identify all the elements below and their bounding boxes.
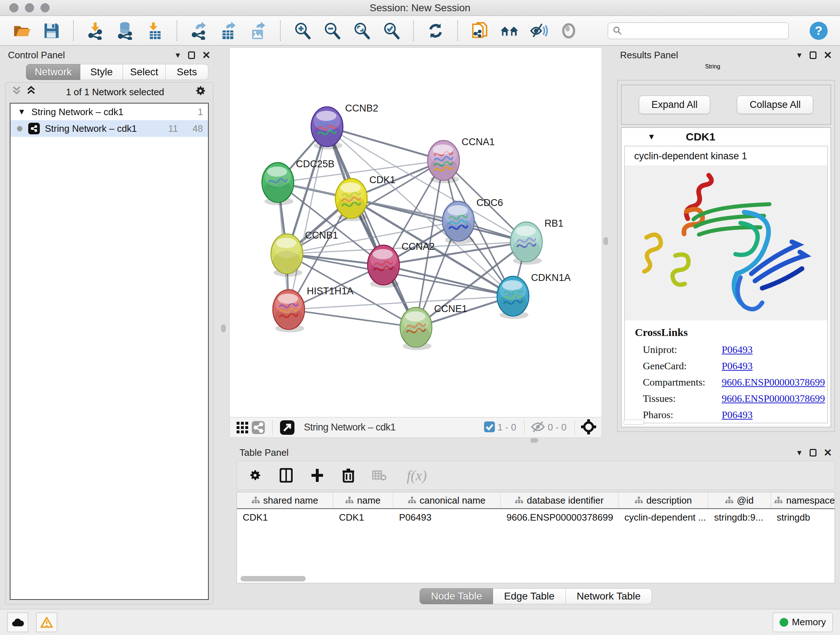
export-table-icon[interactable] — [219, 21, 238, 40]
crosslink-label: Tissues: — [643, 393, 722, 404]
column-header[interactable]: database identifier — [501, 492, 619, 508]
expand-all-button[interactable]: Expand All — [639, 96, 711, 114]
network-node-rb1[interactable] — [510, 222, 542, 264]
column-header[interactable]: name — [333, 492, 393, 508]
import-network-database-icon[interactable] — [116, 21, 134, 40]
expand-all-icon[interactable] — [27, 86, 36, 99]
tab-network-table[interactable]: Network Table — [566, 588, 652, 604]
share-network-icon[interactable] — [250, 418, 267, 437]
import-table-icon[interactable] — [145, 21, 164, 40]
show-columns-icon[interactable] — [277, 466, 295, 485]
hidden-eye-icon[interactable] — [531, 421, 546, 434]
lens-icon[interactable] — [559, 21, 578, 40]
collection-caret-icon[interactable]: ▼ — [18, 107, 26, 117]
column-header[interactable]: @id — [708, 492, 771, 508]
network-row[interactable]: String Network – cdk1 1148 — [11, 120, 208, 137]
node-label: CCNE1 — [434, 303, 467, 314]
panel-close-icon[interactable]: ✕ — [824, 49, 832, 61]
birdseye-icon[interactable] — [581, 419, 597, 436]
cloud-button[interactable] — [7, 613, 28, 632]
right-splitter-handle[interactable] — [603, 237, 608, 245]
crosslink-link[interactable]: 9606.ENSP00000378699 — [722, 393, 825, 404]
export-image-icon[interactable] — [249, 21, 268, 40]
network-node-ccnb1[interactable] — [271, 234, 303, 277]
network-collection-row[interactable]: ▼ String Network – cdk1 1 — [11, 103, 208, 120]
zoom-fit-icon[interactable] — [352, 21, 371, 40]
network-edge[interactable] — [289, 127, 327, 310]
tab-edge-table[interactable]: Edge Table — [493, 588, 566, 604]
panel-menu-icon[interactable]: ▾ — [797, 448, 801, 458]
network-node-ccnb2[interactable] — [311, 107, 343, 149]
export-network-icon[interactable] — [189, 21, 208, 40]
crosslink-link[interactable]: P06493 — [722, 409, 753, 421]
panel-close-icon[interactable]: ✕ — [824, 447, 832, 459]
string-import-icon[interactable] — [470, 21, 489, 40]
grid-view-icon[interactable] — [235, 418, 250, 437]
tab-select[interactable]: Select — [123, 64, 166, 80]
zoom-out-icon[interactable] — [323, 21, 341, 40]
network-edge[interactable] — [278, 182, 458, 221]
network-view-title: String Network – cdk1 — [304, 422, 396, 433]
string-home-icon[interactable] — [500, 21, 519, 40]
network-node-hist1h1a[interactable] — [273, 290, 305, 333]
refresh-icon[interactable] — [426, 21, 445, 40]
delete-column-icon[interactable] — [339, 466, 358, 485]
crosslink-link[interactable]: P06493 — [722, 344, 753, 356]
table-settings-gear-icon[interactable] — [246, 466, 264, 485]
bottom-splitter-handle[interactable] — [531, 438, 538, 443]
node-label: CCNA1 — [462, 136, 495, 147]
results-scrollbar[interactable] — [624, 420, 644, 424]
column-header[interactable]: namespace — [771, 492, 835, 508]
column-header[interactable]: canonical name — [393, 492, 501, 508]
column-header[interactable]: shared name — [237, 492, 333, 508]
import-network-file-icon[interactable] — [86, 21, 105, 40]
open-session-icon[interactable] — [12, 21, 31, 40]
zoom-selected-icon[interactable] — [382, 21, 401, 40]
panel-close-icon[interactable]: ✕ — [202, 49, 210, 61]
network-edge[interactable] — [327, 127, 444, 160]
panel-menu-icon[interactable]: ▾ — [797, 50, 801, 60]
network-node-cdkn1a[interactable] — [497, 276, 529, 319]
network-node-cdc25b[interactable] — [262, 163, 294, 205]
tab-network[interactable]: Network — [26, 64, 80, 80]
network-node-ccna2[interactable] — [368, 245, 399, 288]
memory-button[interactable]: Memory — [773, 613, 833, 632]
zoom-in-icon[interactable] — [293, 21, 312, 40]
selected-checkbox-icon[interactable] — [484, 421, 495, 434]
panel-float-icon[interactable] — [188, 51, 195, 59]
crosslink-link[interactable]: P06493 — [722, 360, 753, 372]
network-node-cdc6[interactable] — [442, 201, 474, 244]
collapse-all-button[interactable]: Collapse All — [737, 96, 813, 114]
save-session-icon[interactable] — [42, 21, 61, 40]
table-row[interactable]: CDK1CDK1P064939606.ENSP00000378699cyclin… — [237, 509, 835, 526]
panel-menu-icon[interactable]: ▾ — [175, 50, 180, 60]
crosslink-link[interactable]: 9606.ENSP00000378699 — [722, 377, 825, 388]
enhance-view-icon[interactable] — [530, 21, 548, 40]
network-edge[interactable] — [289, 310, 416, 327]
warning-button[interactable] — [36, 613, 57, 632]
gear-icon[interactable] — [194, 85, 207, 100]
search-input[interactable] — [608, 22, 789, 39]
panel-float-icon[interactable] — [810, 449, 816, 456]
collapse-all-icon[interactable] — [12, 86, 21, 99]
panel-float-icon[interactable] — [810, 51, 816, 59]
network-node-ccne1[interactable] — [400, 307, 432, 350]
tab-string[interactable]: String — [705, 63, 747, 70]
network-edge[interactable] — [327, 127, 416, 327]
tab-node-table[interactable]: Node Table — [420, 588, 493, 604]
node-entry-header[interactable]: ▼ CDK1 — [622, 128, 831, 146]
entry-caret-icon[interactable]: ▼ — [647, 132, 655, 141]
network-node-cdk1[interactable] — [335, 179, 367, 221]
help-icon[interactable]: ? — [810, 22, 828, 40]
toolbar-separator — [457, 21, 458, 41]
node-label: CDC25B — [296, 158, 335, 169]
tab-style[interactable]: Style — [80, 64, 123, 80]
open-in-new-window-icon[interactable] — [279, 418, 296, 437]
network-canvas[interactable]: CCNB2CCNA1CDC25BCDK1CDC6RB1CCNB1CCNA2CDK… — [230, 48, 602, 417]
tab-sets[interactable]: Sets — [166, 64, 208, 80]
column-header[interactable]: description — [619, 492, 708, 508]
left-splitter-handle[interactable] — [221, 325, 226, 333]
table-horizontal-scrollbar[interactable] — [240, 576, 306, 581]
add-column-icon[interactable] — [308, 466, 327, 485]
network-node-ccna1[interactable] — [428, 141, 459, 183]
